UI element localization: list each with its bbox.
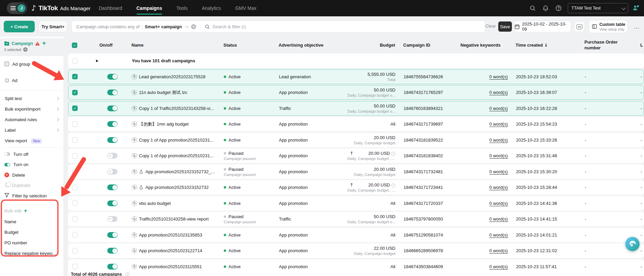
row-checkbox[interactable]: [72, 200, 78, 206]
custom-table-button[interactable]: Custom table View setup only: [589, 20, 628, 33]
on-off-toggle[interactable]: ✕: [107, 216, 117, 222]
row-checkbox[interactable]: [72, 185, 78, 190]
row-checkbox[interactable]: ✓: [72, 90, 78, 95]
chevron-down-icon[interactable]: [185, 25, 189, 28]
negative-keywords-link[interactable]: 0 word(s): [489, 121, 508, 127]
campaign-name[interactable]: App promotion20251023122714: [139, 248, 202, 253]
info-icon[interactable]: ?: [391, 152, 395, 156]
save-button[interactable]: Save: [498, 21, 512, 32]
row-checkbox[interactable]: [72, 169, 78, 174]
campaign-name[interactable]: Copy 1 of App promotion202510231...: [139, 153, 214, 158]
help-icon[interactable]: [552, 5, 565, 12]
nav-item-gmv-max[interactable]: GMV Max: [235, 0, 256, 16]
campaign-name[interactable]: Lead generation20251023175528: [139, 74, 205, 79]
negative-keywords-link[interactable]: 0 word(s): [489, 153, 508, 158]
on-off-toggle[interactable]: ✓: [107, 74, 117, 80]
campaign-name[interactable]: vbo auto budget: [139, 201, 171, 206]
negative-keywords-link[interactable]: 0 word(s): [489, 106, 508, 111]
row-checkbox[interactable]: [72, 58, 78, 64]
try-smart-button[interactable]: Try Smart+: [38, 21, 67, 32]
row-checkbox[interactable]: [72, 121, 78, 127]
on-off-toggle[interactable]: ✓: [107, 121, 117, 127]
search-icon[interactable]: [526, 5, 539, 12]
sidebar-item-ad-group[interactable]: Ad group: [0, 59, 63, 69]
search-filter-input[interactable]: Search & filter (/): [205, 24, 246, 29]
info-icon[interactable]: ?: [125, 272, 129, 276]
info-icon[interactable]: ?: [391, 183, 395, 188]
bulk-edit-item-budget[interactable]: Budget: [0, 227, 63, 238]
on-off-toggle[interactable]: ✓: [107, 105, 117, 111]
bell-icon[interactable]: [539, 5, 552, 12]
table-row[interactable]: ✓⇅App promotion20251023122714ActiveApp p…: [68, 243, 644, 258]
avatar[interactable]: J: [17, 3, 26, 13]
nav-item-tools[interactable]: Tools: [176, 0, 188, 16]
table-row[interactable]: ✓⇅【勿删】1mn adg budgetActiveApp promotionA…: [68, 117, 644, 131]
draft-campaigns-row[interactable]: You have 101 draft campaigns: [68, 53, 644, 68]
campaign-name[interactable]: App promotion20251023152732_...: [145, 169, 215, 174]
campaign-name[interactable]: Traffic20251023143258-view report: [139, 216, 209, 222]
campaign-name[interactable]: App promotion20251023115551: [139, 264, 202, 269]
campaign-name[interactable]: 11n auto budget 测试 lzc: [139, 90, 187, 96]
assistant-widget[interactable]: [625, 237, 640, 251]
negative-keywords-link[interactable]: 0 word(s): [489, 216, 508, 222]
on-off-toggle[interactable]: ✓: [107, 248, 117, 254]
date-range-button[interactable]: 2025-10-02 - 2025-10-09: [514, 21, 571, 32]
on-off-toggle[interactable]: ✓: [107, 90, 117, 95]
row-checkbox[interactable]: [72, 137, 78, 143]
clear-button[interactable]: Clear: [485, 23, 496, 29]
on-off-toggle[interactable]: ✓: [107, 137, 117, 143]
negative-keywords-link[interactable]: 0 word(s): [489, 264, 508, 269]
nav-item-dashboard[interactable]: Dashboard: [99, 0, 122, 16]
on-off-toggle[interactable]: ✕: [107, 169, 117, 175]
sidebar-item-view-report[interactable]: View report New: [0, 135, 63, 146]
sidebar-item-bulk-export-import[interactable]: Bulk export/import: [0, 104, 63, 114]
negative-keywords-link[interactable]: 0 word(s): [489, 185, 508, 190]
clear-selection-icon[interactable]: ✕: [23, 47, 28, 52]
row-checkbox[interactable]: ✓: [72, 74, 78, 79]
table-row[interactable]: ✕⇅Traffic20251023143258-view reportPause…: [68, 212, 644, 226]
sidebar-action-filter-by-selection[interactable]: Filter by selection: [0, 191, 63, 201]
nav-item-campaigns[interactable]: Campaigns: [137, 0, 162, 16]
sort-desc-icon[interactable]: ↓: [544, 43, 548, 48]
sidebar-item-campaign[interactable]: Campaign 3 selected ✕: [0, 38, 63, 56]
campaign-name[interactable]: Copy 1 of Traffic20251023143258-vi...: [139, 106, 214, 111]
filter-chip[interactable]: Campaign setup contains any of : Smart+ …: [72, 24, 196, 29]
negative-keywords-link[interactable]: 0 word(s): [489, 232, 508, 238]
nav-item-analytics[interactable]: Analytics: [202, 0, 221, 16]
filter-bar[interactable]: Campaign setup contains any of : Smart+ …: [72, 20, 485, 33]
sidebar-item-automated-rules[interactable]: Automated rules: [0, 114, 63, 125]
bulk-edit-item-name[interactable]: Name: [0, 216, 63, 227]
negative-keywords-link[interactable]: 0 word(s): [489, 248, 508, 253]
table-row[interactable]: ✓✓⇅11n auto budget 测试 lzcActiveApp promo…: [68, 85, 644, 100]
table-row[interactable]: ✓✓⇅Lead generation20251023175528ActiveLe…: [68, 69, 644, 84]
row-checkbox[interactable]: ✓: [72, 105, 78, 111]
campaign-name[interactable]: App promotion20251023152732: [145, 185, 209, 190]
sidebar-action-turn-on[interactable]: Turn on: [0, 160, 63, 170]
row-checkbox[interactable]: [72, 216, 78, 222]
hamburger-icon[interactable]: [11, 5, 16, 11]
table-row[interactable]: ✓⇅App promotion20251023152732ActiveApp p…: [68, 180, 644, 195]
more-button[interactable]: ...: [632, 21, 642, 32]
row-checkbox[interactable]: [72, 153, 78, 159]
select-all-checkbox[interactable]: –: [72, 43, 77, 48]
negative-keywords-link[interactable]: 0 word(s): [489, 201, 508, 206]
campaign-name[interactable]: Copy 1 of App promotion202510231...: [139, 137, 214, 143]
compare-button[interactable]: vs: [575, 22, 584, 31]
row-checkbox[interactable]: [72, 264, 78, 269]
sidebar-action-delete[interactable]: ✕Delete: [0, 170, 63, 180]
negative-keywords-link[interactable]: 0 word(s): [489, 137, 508, 143]
account-selector[interactable]: TTAM Test Test: [568, 3, 628, 13]
agency-icon[interactable]: [632, 5, 639, 12]
table-row[interactable]: ✓⇅Copy 1 of App promotion202510231...Act…: [68, 133, 644, 147]
on-off-toggle[interactable]: ✓: [107, 264, 117, 270]
on-off-toggle[interactable]: ✓: [107, 200, 117, 206]
on-off-toggle[interactable]: ✕: [107, 153, 117, 159]
expand-icon[interactable]: [96, 60, 98, 62]
bulk-edit-item-replace-negative-keywo-[interactable]: Replace negative keywo...: [0, 248, 63, 259]
table-row[interactable]: ✕⇅Copy 1 of App promotion202510231...Pau…: [68, 148, 644, 163]
table-row[interactable]: ✓⇅vbo auto budgetActiveApp promotionAll1…: [68, 196, 644, 211]
bulk-edit-item-po-number[interactable]: PO number: [0, 238, 63, 248]
table-row[interactable]: ✓⇅App promotion20251023135853ActiveApp p…: [68, 228, 644, 242]
negative-keywords-link[interactable]: 0 word(s): [489, 90, 508, 95]
sidebar-action-turn-off[interactable]: Turn off: [0, 149, 63, 159]
